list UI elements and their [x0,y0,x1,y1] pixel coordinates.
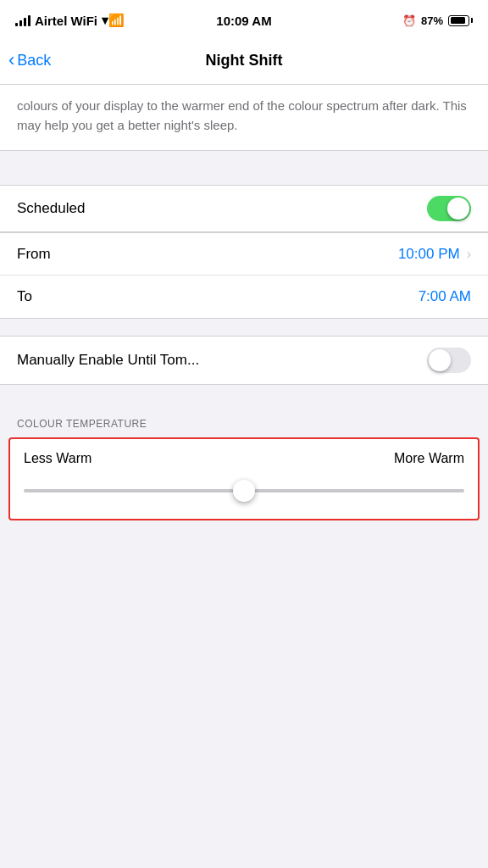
alarm-icon: ⏰ [402,14,416,27]
back-button[interactable]: ‹ Back [8,52,51,70]
spacer-3 [0,385,488,402]
signal-bars-icon [15,14,30,26]
spacer-2 [0,319,488,336]
bottom-spacer [0,520,488,554]
to-row[interactable]: To 7:00 AM [0,275,488,318]
scheduled-label: Scheduled [17,200,85,217]
toggle-thumb [447,198,469,220]
status-right: ⏰ 87% [402,14,473,27]
wifi-icon: ▾📶 [102,13,125,28]
from-right: 10:00 PM › [398,246,471,263]
colour-temp-title: COLOUR TEMPERATURE [17,418,147,430]
colour-temp-slider[interactable] [24,489,464,492]
carrier-text: Airtel WiFi [35,14,97,28]
temp-slider-box: Less Warm More Warm [8,437,480,520]
scheduled-group: Scheduled [0,185,488,232]
from-chevron-icon: › [467,247,471,262]
from-row[interactable]: From 10:00 PM › [0,233,488,275]
status-time: 10:09 AM [216,14,271,28]
temp-labels: Less Warm More Warm [24,451,464,466]
manual-enable-label: Manually Enable Until Tom... [17,352,199,369]
to-time: 7:00 AM [419,288,471,305]
description-section: colours of your display to the warmer en… [0,85,488,151]
scheduled-row: Scheduled [0,186,488,231]
scheduled-toggle[interactable] [427,196,471,221]
to-label: To [17,288,32,305]
spacer-1 [0,151,488,168]
nav-bar: ‹ Back Night Shift [0,37,488,85]
battery-percent: 87% [421,14,443,27]
status-carrier: Airtel WiFi ▾📶 [15,13,125,28]
slider-container[interactable] [24,478,464,504]
manual-enable-row: Manually Enable Until Tom... [0,336,488,385]
back-chevron-icon: ‹ [8,51,14,70]
from-time: 10:00 PM [398,246,460,263]
to-right: 7:00 AM [419,288,471,305]
more-warm-label: More Warm [394,451,464,466]
less-warm-label: Less Warm [24,451,92,466]
from-label: From [17,246,51,263]
back-label: Back [17,52,51,70]
battery-indicator [448,15,473,26]
page-title: Night Shift [206,52,283,70]
description-text: colours of your display to the warmer en… [17,97,471,135]
status-bar: Airtel WiFi ▾📶 10:09 AM ⏰ 87% [0,0,488,37]
from-to-section: From 10:00 PM › To 7:00 AM [0,232,488,319]
manual-enable-toggle[interactable] [427,348,471,373]
manual-toggle-thumb [429,349,451,371]
colour-temp-header: COLOUR TEMPERATURE [0,402,488,437]
